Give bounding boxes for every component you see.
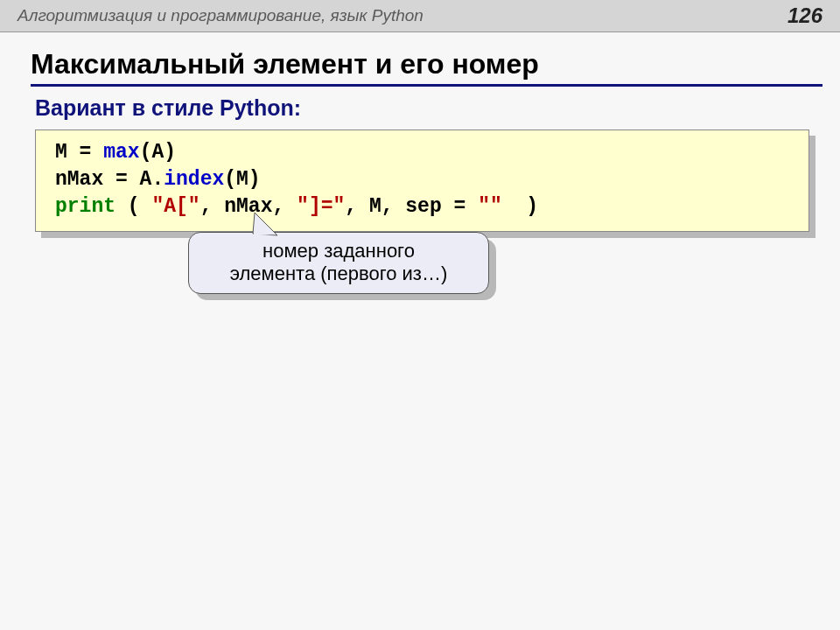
code-l2-c: (M) (224, 168, 260, 191)
code-l3-h: ) (502, 195, 538, 218)
code-l3-str1: "A[" (151, 195, 200, 218)
callout-line1: номер заданного (205, 240, 472, 262)
code-l1-c: (A) (140, 141, 176, 164)
code-l1-max: max (103, 141, 139, 164)
header-bar: Алгоритмизация и программирование, язык … (0, 0, 840, 32)
code-block: M = max(A) nMax = A.index(M) print ( "A[… (35, 130, 809, 232)
code-l1-a: M = (55, 141, 103, 164)
code-l3-f: , M, sep = (345, 195, 478, 218)
callout-wrapper: номер заданного элемента (первого из…) (188, 232, 489, 294)
code-block-wrapper: M = max(A) nMax = A.index(M) print ( "A[… (35, 130, 809, 232)
code-l2-index: index (164, 168, 224, 191)
callout-box: номер заданного элемента (первого из…) (188, 232, 489, 294)
page-number: 126 (788, 4, 822, 28)
svg-marker-0 (253, 213, 277, 235)
slide-title: Максимальный элемент и его номер (31, 48, 822, 87)
slide-subtitle: Вариант в стиле Python: (35, 95, 822, 121)
code-l3-print: print (55, 195, 116, 218)
code-l3-b: ( (116, 195, 151, 218)
code-l2-a: nMax = A. (55, 168, 164, 191)
code-l3-str3: "" (478, 195, 502, 218)
code-l3-str2: "]=" (297, 195, 345, 218)
callout-line2: элемента (первого из…) (205, 262, 472, 285)
course-title: Алгоритмизация и программирование, язык … (18, 6, 424, 25)
